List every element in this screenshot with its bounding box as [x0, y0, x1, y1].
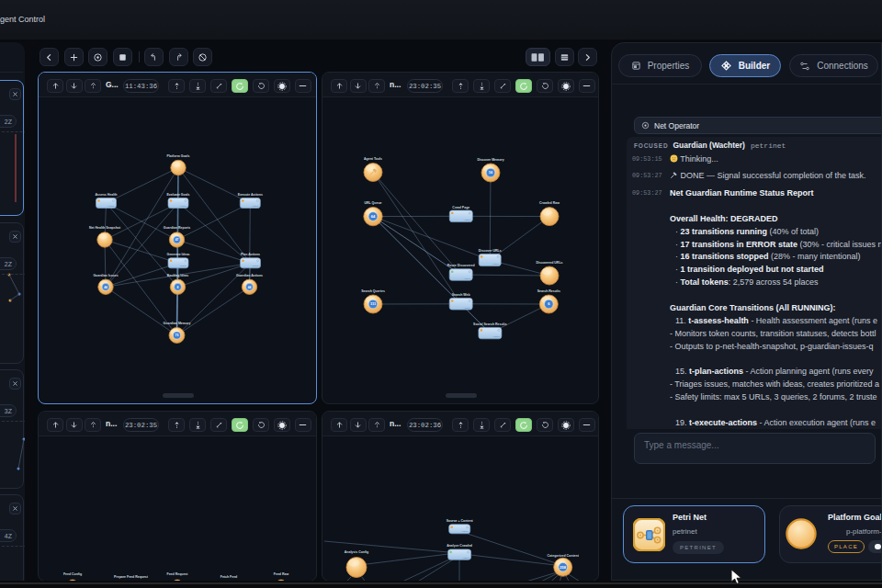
svg-text:Discover Memory: Discover Memory — [477, 158, 503, 162]
svg-text:75: 75 — [175, 334, 179, 337]
svg-text:AGENT: AGENT — [462, 557, 470, 559]
svg-text:AGENT: AGENT — [463, 277, 471, 279]
svg-text:Platform Goals: Platform Goals — [167, 154, 190, 158]
svg-text:Guardian Reports: Guardian Reports — [164, 226, 191, 230]
svg-text:Net Health Snapshot: Net Health Snapshot — [89, 226, 121, 230]
svg-text:Crawl Page: Crawl Page — [452, 206, 469, 209]
svg-text:Guardian Memory: Guardian Memory — [164, 322, 191, 325]
svg-text:AGENT: AGENT — [461, 530, 469, 532]
svg-text:64: 64 — [371, 214, 376, 219]
svg-text:AGENT: AGENT — [492, 263, 500, 265]
svg-text:Guardian Actions: Guardian Actions — [236, 274, 263, 277]
svg-text:Analyze Crawled: Analyze Crawled — [447, 544, 472, 548]
svg-text:AGENT: AGENT — [107, 205, 116, 207]
svg-text:258: 258 — [560, 565, 566, 570]
svg-text:Feed Config: Feed Config — [63, 572, 82, 576]
svg-text:Plan Actions: Plan Actions — [241, 253, 260, 256]
svg-text:Assess Health: Assess Health — [96, 193, 118, 197]
svg-text:16: 16 — [489, 170, 493, 175]
svg-text:Source + Content: Source + Content — [447, 519, 474, 523]
svg-text:44: 44 — [248, 286, 252, 289]
svg-text:AGENT: AGENT — [251, 205, 259, 207]
svg-text:Categorized Content: Categorized Content — [548, 554, 580, 558]
svg-text:Generate Ideas: Generate Ideas — [166, 253, 189, 256]
svg-text:Search Results: Search Results — [537, 289, 560, 293]
svg-text:Evaluate Goals: Evaluate Goals — [166, 193, 189, 197]
svg-text:AGENT: AGENT — [463, 307, 471, 309]
svg-text:44: 44 — [104, 286, 107, 289]
svg-text:Discover URLs: Discover URLs — [479, 249, 502, 253]
svg-text:URL Queue: URL Queue — [365, 201, 382, 205]
svg-text:Agent Tools: Agent Tools — [364, 157, 382, 161]
svg-text:AGENT: AGENT — [463, 219, 471, 220]
svg-text:Guardian Issues: Guardian Issues — [93, 274, 118, 277]
svg-text:Feed Request: Feed Request — [167, 572, 189, 576]
svg-text:111: 111 — [370, 301, 377, 306]
svg-text:Execute Actions: Execute Actions — [238, 193, 263, 197]
svg-text:Backlog Ideas: Backlog Ideas — [167, 274, 189, 277]
svg-text:Search Web: Search Web — [452, 293, 470, 297]
svg-text:Route Discovered: Route Discovered — [447, 264, 475, 267]
svg-text:Social Search Results: Social Search Results — [473, 322, 507, 326]
svg-text:47: 47 — [175, 238, 179, 242]
svg-text:8: 8 — [177, 286, 179, 289]
svg-text:AGENT: AGENT — [179, 205, 187, 207]
svg-text:Analysis Config: Analysis Config — [345, 550, 368, 554]
svg-text:Feed Raw: Feed Raw — [274, 572, 289, 576]
svg-text:AGENT: AGENT — [252, 265, 260, 266]
svg-text:Fetch Feed: Fetch Feed — [220, 575, 237, 579]
svg-text:Search Queries: Search Queries — [361, 289, 385, 293]
svg-text:Discovered URLs: Discovered URLs — [537, 261, 563, 265]
svg-text:AGENT: AGENT — [179, 265, 187, 266]
svg-text:Prepare Feed Request: Prepare Feed Request — [114, 575, 149, 579]
svg-text:AGENT: AGENT — [492, 335, 501, 337]
svg-text:Crawled Raw: Crawled Raw — [539, 201, 560, 205]
